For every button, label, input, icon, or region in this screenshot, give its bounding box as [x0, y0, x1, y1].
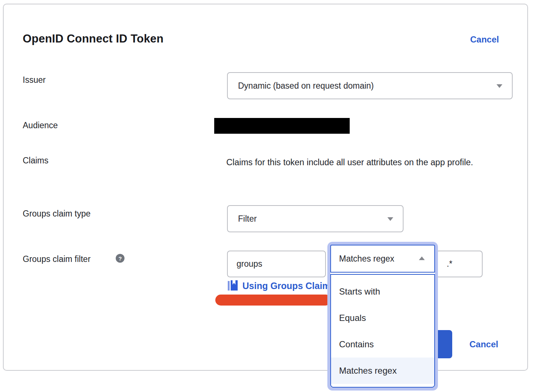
- claim-name-input[interactable]: [227, 251, 326, 277]
- chevron-down-icon: [497, 84, 502, 88]
- dialog-card: OpenID Connect ID Token Cancel Issuer Dy…: [3, 4, 528, 371]
- match-type-select[interactable]: Matches regex: [330, 245, 435, 273]
- chevron-down-icon: [387, 217, 393, 221]
- audience-label: Audience: [23, 121, 58, 130]
- book-icon: [228, 280, 238, 292]
- groups-claim-type-value: Filter: [228, 214, 257, 224]
- redacted-audience-value: [214, 118, 350, 134]
- screen: OpenID Connect ID Token Cancel Issuer Dy…: [0, 0, 539, 392]
- claims-description: Claims for this token include all user a…: [226, 154, 501, 171]
- issuer-select-value: Dynamic (based on request domain): [228, 81, 374, 91]
- docs-link[interactable]: Using Groups Claim: [228, 280, 330, 292]
- option-equals[interactable]: Equals: [331, 305, 434, 331]
- match-type-option-list: Starts with Equals Contains Matches rege…: [330, 274, 435, 388]
- groups-claim-filter-label: Groups claim filter: [23, 254, 90, 264]
- regex-value-input[interactable]: [436, 251, 483, 277]
- page-title: OpenID Connect ID Token: [23, 32, 164, 45]
- match-type-value: Matches regex: [331, 254, 394, 264]
- help-question-icon[interactable]: ?: [116, 254, 124, 263]
- cancel-link-top[interactable]: Cancel: [470, 34, 499, 45]
- red-underline-annotation: [215, 295, 331, 306]
- groups-claim-type-select[interactable]: Filter: [227, 205, 404, 232]
- issuer-label: Issuer: [23, 75, 46, 85]
- claims-label: Claims: [23, 156, 48, 166]
- option-contains[interactable]: Contains: [331, 331, 434, 358]
- groups-claim-type-label: Groups claim type: [23, 209, 90, 219]
- cancel-link-bottom[interactable]: Cancel: [469, 339, 498, 350]
- chevron-up-icon: [419, 256, 425, 260]
- issuer-select[interactable]: Dynamic (based on request domain): [227, 72, 513, 99]
- option-matches-regex[interactable]: Matches regex: [331, 358, 434, 384]
- docs-link-label: Using Groups Claim: [242, 281, 330, 291]
- match-type-combobox: Matches regex Starts with Equals Contain…: [330, 245, 435, 388]
- option-starts-with[interactable]: Starts with: [331, 278, 434, 305]
